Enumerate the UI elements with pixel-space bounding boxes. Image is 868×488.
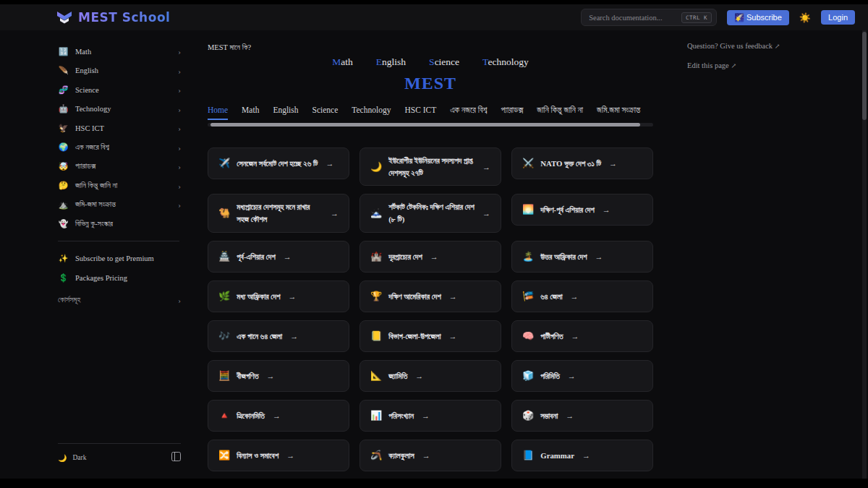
word-science: Science bbox=[429, 56, 459, 68]
card-schengen-countries[interactable]: ✈️সেনজেন সর্বমোট দেশ হচ্ছে ২৬ টি→ bbox=[208, 147, 349, 179]
card-middle-east-trick[interactable]: 🐫মধ্যপ্রাচ্যের দেশসমূহ মনে রাখার সহজ কৌশ… bbox=[208, 194, 349, 232]
word-math: Math bbox=[332, 56, 353, 68]
sidebar-divider bbox=[58, 241, 179, 241]
flag-icon: 🎏 bbox=[522, 291, 534, 302]
card-grid: ✈️সেনজেন সর্বমোট দেশ হচ্ছে ২৬ টি→ 🌙ইউরোপ… bbox=[208, 147, 653, 471]
brand[interactable]: MEST School bbox=[56, 10, 170, 25]
card-north-africa[interactable]: 🏝️উত্তর আফ্রিকার দেশ→ bbox=[511, 241, 653, 273]
sunrise-icon: 🌅 bbox=[522, 204, 534, 215]
island-icon: 🏝️ bbox=[522, 251, 534, 262]
sidebar-item-land-matters[interactable]: ⛰️ জমি-জমা সংক্রান্ত › bbox=[58, 195, 181, 215]
bar-chart-icon: 📊 bbox=[370, 410, 382, 421]
card-eu-members[interactable]: 🌙ইউরোপীয় ইউনিয়নের সদস্যপদ প্রাপ্ত দেশস… bbox=[359, 147, 501, 186]
sidebar-item-superstitions[interactable]: 👻 বিভিন্ন কু-সংস্কার bbox=[58, 215, 181, 234]
card-east-asia[interactable]: 🏯পূর্ব-এশিয়ার দেশ→ bbox=[208, 241, 349, 273]
airplane-icon: ✈️ bbox=[218, 158, 230, 169]
arrow-right-icon: → bbox=[571, 292, 579, 301]
sidebar-item-world-at-a-glance[interactable]: 🌍 এক নজরে বিশ্ব › bbox=[58, 138, 181, 158]
sidebar-item-subscribe-premium[interactable]: ✨ Subscribe to get Premium bbox=[58, 249, 195, 268]
card-central-africa[interactable]: 🌿মধ্য আফ্রিকার দেশ→ bbox=[208, 281, 349, 312]
card-geometry[interactable]: 📐জ্যামিতি→ bbox=[359, 360, 501, 392]
card-permutation-combination[interactable]: 🔀বিন্যাস ও সমাবেশ→ bbox=[208, 440, 349, 471]
tab-science[interactable]: Science bbox=[312, 106, 339, 120]
card-far-east[interactable]: 🏰দূরপ্রাচ্যের দেশ→ bbox=[359, 241, 501, 273]
card-64-districts[interactable]: 🎏৬৪ জেলা→ bbox=[511, 281, 653, 312]
card-south-asia-shortcut[interactable]: 🗻শর্টকাট টেকনিকঃ দক্ষিণ এশিয়ার দেশ (৮ ট… bbox=[359, 194, 501, 232]
tab-scrollbar[interactable] bbox=[208, 123, 653, 127]
crescent-icon: 🌙 bbox=[370, 161, 382, 173]
tab-know-but-dont-know[interactable]: জানি কিন্তু জানি না bbox=[537, 106, 583, 120]
app-window: MEST School Search documentation... CTRL… bbox=[0, 4, 868, 479]
tab-land-matters[interactable]: জমি.জমা সংক্রান্ত bbox=[597, 106, 640, 120]
camel-icon: 🐫 bbox=[218, 207, 230, 219]
mest-acronym-words: Math English Science Technology bbox=[208, 56, 653, 68]
tab-paradox[interactable]: প্যারাডক্স bbox=[501, 106, 523, 120]
feedback-link[interactable]: Question? Give us feedback ↗ bbox=[687, 42, 832, 50]
card-probability[interactable]: 🎲সম্ভাবনা→ bbox=[511, 400, 653, 432]
word-technology: Technology bbox=[482, 56, 529, 68]
arrow-right-icon: → bbox=[430, 252, 438, 261]
tab-world-at-a-glance[interactable]: এক নজরে বিশ্ব bbox=[450, 106, 487, 120]
card-trigonometry[interactable]: 🔺ত্রিকোনমিতি→ bbox=[208, 400, 349, 432]
brand-title: MEST School bbox=[78, 10, 170, 25]
card-mensuration[interactable]: 🧊পরিমিতি→ bbox=[511, 360, 653, 392]
card-southeast-asia[interactable]: 🌅দক্ষিণ-পূর্ব এশিয়ার দেশ→ bbox=[511, 194, 653, 226]
search-placeholder: Search documentation... bbox=[589, 14, 681, 22]
arrow-right-icon: → bbox=[288, 292, 296, 301]
sidebar-item-english[interactable]: 🪶 English › bbox=[58, 61, 181, 81]
subscribe-button[interactable]: 🌠 Subscribe bbox=[727, 10, 789, 25]
window-scrollbar-thumb[interactable] bbox=[862, 32, 867, 120]
card-nato-countries[interactable]: ⚔️NATO ভুক্ত দেশ ৩১ টি→ bbox=[511, 147, 653, 179]
sidebar-item-science[interactable]: 🧬 Science › bbox=[58, 80, 181, 100]
arrow-right-icon: → bbox=[422, 411, 430, 420]
blue-book-icon: 📘 bbox=[522, 450, 534, 461]
tab-home[interactable]: Home bbox=[208, 106, 228, 120]
search-shortcut-badge: CTRL K bbox=[681, 12, 712, 23]
chevron-right-icon: › bbox=[178, 143, 181, 152]
edit-page-link[interactable]: Edit this page ↗ bbox=[687, 61, 832, 69]
card-calculus[interactable]: 🪃ক্যালকুলাস→ bbox=[359, 440, 501, 471]
card-districts-song[interactable]: 🎶এক গানে ৬৪ জেলা→ bbox=[208, 320, 349, 352]
sidebar-collapse-icon[interactable] bbox=[171, 451, 181, 464]
arrow-right-icon: → bbox=[482, 209, 490, 218]
tab-english[interactable]: English bbox=[273, 106, 298, 120]
card-division-district-upazila[interactable]: 📒বিভাগ-জেলা-উপজেলা→ bbox=[359, 320, 501, 352]
card-algebra[interactable]: 🧮বীজগণিত→ bbox=[208, 360, 349, 392]
theme-toggle-sun-icon[interactable]: ☀️ bbox=[799, 13, 811, 22]
arrow-right-icon: → bbox=[603, 205, 610, 214]
triangle-ruler-icon: 📐 bbox=[370, 370, 382, 382]
herb-icon: 🌿 bbox=[218, 291, 230, 302]
tab-math[interactable]: Math bbox=[242, 106, 259, 120]
sidebar-item-courses[interactable]: কোর্সসমূহ › bbox=[58, 291, 181, 310]
mountain-icon: ⛰️ bbox=[58, 200, 69, 210]
card-grammar[interactable]: 📘Grammar→ bbox=[511, 440, 653, 471]
numbers-icon: 🔢 bbox=[58, 47, 69, 56]
card-south-america[interactable]: 🏆দক্ষিণ আমেরিকার দেশ→ bbox=[359, 281, 501, 312]
chevron-right-icon: › bbox=[178, 200, 181, 209]
dark-mode-toggle[interactable]: 🌙 Dark bbox=[58, 454, 86, 462]
tab-technology[interactable]: Technology bbox=[352, 106, 391, 120]
red-triangle-icon: 🔺 bbox=[218, 410, 230, 421]
sidebar-item-hsc-ict[interactable]: 🦅 HSC ICT › bbox=[58, 119, 181, 138]
dice-icon: 🎲 bbox=[522, 410, 534, 421]
sidebar-item-packages-pricing[interactable]: 💲 Packages Pricing bbox=[58, 268, 195, 288]
arrow-right-icon: → bbox=[609, 159, 617, 168]
card-statistics[interactable]: 📊পরিসংখ্যান→ bbox=[359, 400, 501, 432]
search-input[interactable]: Search documentation... CTRL K bbox=[581, 9, 717, 26]
crossed-swords-icon: ⚔️ bbox=[522, 158, 534, 169]
sidebar-item-math[interactable]: 🔢 Math › bbox=[58, 42, 181, 61]
sidebar-item-technology[interactable]: 🤖 Technology › bbox=[58, 100, 181, 119]
sidebar-item-paradox[interactable]: 🤯 প্যারাডক্স › bbox=[58, 157, 181, 176]
tab-scrollbar-thumb[interactable] bbox=[210, 123, 640, 127]
eagle-icon: 🦅 bbox=[58, 124, 69, 133]
brand-logo-icon bbox=[56, 10, 72, 25]
sidebar-footer: 🌙 Dark bbox=[58, 443, 181, 464]
arrow-right-icon: → bbox=[422, 451, 430, 460]
card-arithmetic[interactable]: 🧠পাটীগণিত→ bbox=[511, 320, 653, 352]
login-button[interactable]: Login bbox=[821, 10, 855, 25]
sparkle-icon: 🌠 bbox=[734, 13, 744, 22]
sidebar-item-know-but-dont-know[interactable]: 🤔 জানি কিন্তু জানি না › bbox=[58, 176, 181, 196]
tab-hsc-ict[interactable]: HSC ICT bbox=[404, 106, 436, 120]
window-scrollbar[interactable] bbox=[862, 30, 867, 479]
page-title: MEST bbox=[208, 74, 653, 93]
